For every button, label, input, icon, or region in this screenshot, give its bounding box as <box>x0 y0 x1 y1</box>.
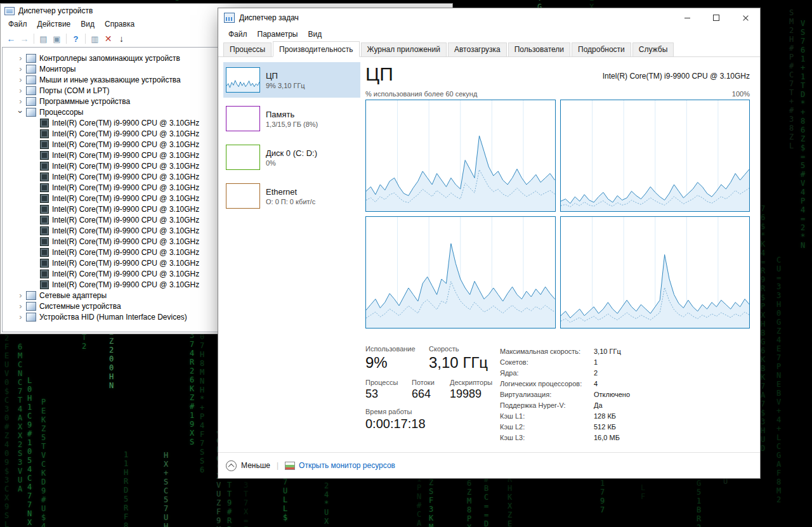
performance-sidebar: ЦП 9% 3,10 ГГц Память 1,3/15,9 ГБ (8%) <box>218 57 360 452</box>
tree-item-label: Intel(R) Core(TM) i9-9900 CPU @ 3.10GHz <box>52 140 199 149</box>
tree-item-label: Мониторы <box>39 65 75 74</box>
sidebar-item-text: Диск 0 (C: D:) 0% <box>266 148 317 167</box>
console-tree-icon[interactable]: ▤ <box>37 32 50 45</box>
task-manager-titlebar[interactable]: Диспетчер задач <box>218 8 760 27</box>
close-icon <box>743 15 749 21</box>
stat-uptime: Время работы 0:00:17:18 <box>365 408 426 431</box>
tab-performance[interactable]: Производительность <box>273 41 359 57</box>
processor-icon <box>40 226 49 235</box>
graph-scale-max: 100% <box>732 90 750 98</box>
device-manager-icon <box>4 7 15 15</box>
Память[interactable]: Память 1,3/15,9 ГБ (8%) <box>223 101 360 136</box>
detail-value: 512 КБ <box>594 422 616 433</box>
properties-icon[interactable]: ▣ <box>50 32 63 45</box>
uninstall-device-icon[interactable]: ✕ <box>102 32 115 45</box>
menu-item[interactable]: Файл <box>223 29 252 40</box>
Ethernet[interactable]: Ethernet О: 0 П: 0 кбит/с <box>223 178 360 214</box>
detail-value: 3,10 ГГц <box>594 346 621 357</box>
chevron-right-icon[interactable] <box>16 291 25 299</box>
mini-graph-thumbnail <box>226 183 260 209</box>
maximize-button[interactable] <box>702 8 731 27</box>
fewer-details-button[interactable]: Меньше <box>226 460 270 471</box>
tree-item-label: Intel(R) Core(TM) i9-9900 CPU @ 3.10GHz <box>52 129 199 138</box>
tab-processes[interactable]: Процессы <box>223 42 272 57</box>
fewer-details-label: Меньше <box>241 461 270 470</box>
toolbar-separator[interactable] <box>66 34 67 44</box>
tab-startup[interactable]: Автозагрузка <box>448 42 507 57</box>
sidebar-item-detail: О: 0 П: 0 кбит/с <box>266 198 315 205</box>
open-resource-monitor-link[interactable]: Открыть монитор ресурсов <box>285 461 395 470</box>
monitors-icon <box>26 65 36 74</box>
tree-item-label: Мыши и иные указывающие устройства <box>39 75 181 84</box>
network-adapters-icon <box>26 291 36 300</box>
mini-graph-thumbnail <box>226 106 260 131</box>
processor-icon <box>40 216 49 224</box>
detail-value: Отключено <box>594 389 630 400</box>
chevron-right-icon[interactable] <box>16 65 25 73</box>
detail-label: Кэш L2: <box>500 422 594 433</box>
tab-services[interactable]: Службы <box>632 42 674 57</box>
processor-icon <box>40 172 49 181</box>
processor-icon <box>40 248 49 257</box>
detail-value: 128 КБ <box>594 411 616 422</box>
menu-item[interactable]: Вид <box>303 29 327 40</box>
Диск 0 (C: D:)[interactable]: Диск 0 (C: D:) 0% <box>223 140 360 175</box>
detail-value: 16,0 МБ <box>594 433 620 443</box>
cpu-detail-row: Максимальная скорость: 3,10 ГГц <box>500 346 630 357</box>
cpu-core-graph-4 <box>560 216 750 329</box>
chevron-right-icon[interactable] <box>16 313 25 321</box>
detail-label: Поддержка Hyper-V: <box>500 400 594 411</box>
detail-label: Кэш L1: <box>500 411 594 422</box>
cpu-detail-row: Логических процессоров: 4 <box>500 379 630 389</box>
tree-item-label: Intel(R) Core(TM) i9-9900 CPU @ 3.10GHz <box>52 119 199 127</box>
detail-label: Кэш L3: <box>500 433 594 443</box>
menu-item[interactable]: Параметры <box>252 29 303 40</box>
maximize-icon <box>713 15 719 21</box>
tab-users[interactable]: Пользователи <box>508 42 570 57</box>
task-manager-footer: Меньше | Открыть монитор ресурсов <box>218 452 760 478</box>
chevron-up-circle-icon <box>226 460 237 471</box>
help-icon[interactable]: ? <box>69 32 82 45</box>
menu-item[interactable]: Действие <box>32 18 76 30</box>
menu-item[interactable]: Файл <box>3 18 32 30</box>
close-button[interactable] <box>731 8 760 27</box>
chevron-right-icon[interactable] <box>16 97 25 105</box>
cpu-core-graph-1 <box>365 100 556 212</box>
forward-icon[interactable]: → <box>18 32 31 45</box>
toolbar-separator[interactable] <box>34 34 34 44</box>
menu-item[interactable]: Вид <box>75 18 100 30</box>
tree-item-label: Intel(R) Core(TM) i9-9900 CPU @ 3.10GHz <box>52 183 199 192</box>
chevron-right-icon[interactable] <box>16 86 25 94</box>
ЦП[interactable]: ЦП 9% 3,10 ГГц <box>223 62 360 98</box>
menu-item[interactable]: Справка <box>100 18 140 30</box>
scan-hardware-changes-icon[interactable]: ▥ <box>88 32 102 45</box>
task-manager-title: Диспетчер задач <box>239 13 299 22</box>
cpu-header: ЦП Intel(R) Core(TM) i9-9900 CPU @ 3.10G… <box>365 63 750 85</box>
cpu-detail-row: Виртуализация: Отключено <box>500 389 630 400</box>
cpu-details: Максимальная скорость: 3,10 ГГц Сокетов:… <box>500 345 630 443</box>
chevron-down-icon[interactable] <box>16 108 25 116</box>
sidebar-item-detail: 1,3/15,9 ГБ (8%) <box>266 120 318 128</box>
cpu-detail-row: Сокетов: 1 <box>500 357 630 368</box>
minimize-button[interactable] <box>672 8 702 27</box>
chevron-right-icon[interactable] <box>16 75 25 84</box>
processor-icon <box>40 129 49 138</box>
sidebar-item-detail: 9% 3,10 ГГц <box>266 82 305 89</box>
tab-app-history[interactable]: Журнал приложений <box>361 42 447 57</box>
back-icon[interactable]: ← <box>4 32 18 45</box>
resource-monitor-icon <box>285 462 295 470</box>
chevron-right-icon[interactable] <box>16 54 25 62</box>
task-manager-icon <box>224 13 235 23</box>
tree-item-label: Intel(R) Core(TM) i9-9900 CPU @ 3.10GHz <box>52 270 199 278</box>
performance-view: ЦП 9% 3,10 ГГц Память 1,3/15,9 ГБ (8%) <box>218 57 760 452</box>
graph-caption-row: % использования более 60 секунд 100% <box>365 90 750 98</box>
disable-device-icon[interactable]: ↓ <box>115 32 128 45</box>
chevron-right-icon[interactable] <box>16 302 25 310</box>
stat-threads: Потоки 664 <box>412 379 450 401</box>
processor-icon <box>40 259 49 268</box>
tree-item-label: Intel(R) Core(TM) i9-9900 CPU @ 3.10GHz <box>52 194 199 203</box>
detail-value: Да <box>594 400 603 411</box>
toolbar-separator[interactable] <box>85 34 86 44</box>
tab-details[interactable]: Подробности <box>572 42 631 57</box>
processor-icon <box>40 237 49 246</box>
